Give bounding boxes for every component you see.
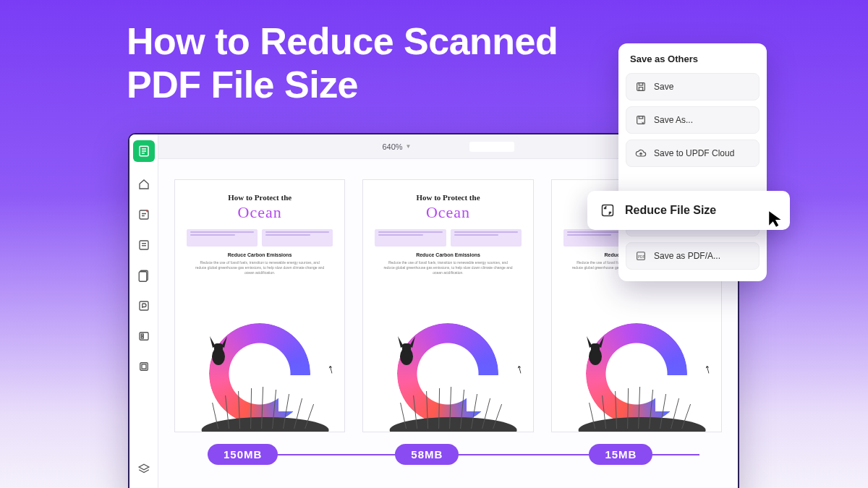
svg-point-18 — [202, 417, 329, 432]
title-field — [469, 142, 514, 152]
zoom-value: 640% — [382, 142, 402, 151]
compress-icon — [600, 203, 615, 218]
doc-pretitle: How to Protect the — [187, 193, 333, 202]
svg-rect-53 — [639, 83, 642, 85]
svg-rect-29 — [402, 343, 411, 352]
svg-point-30 — [390, 417, 517, 432]
reader-tool[interactable] — [133, 140, 155, 162]
menu-item-label: Save to UPDF Cloud — [654, 148, 734, 158]
save-as-icon — [635, 114, 647, 126]
page-preview: How to Protect the Ocean Reduce Carbon E… — [174, 179, 345, 432]
svg-text:PDF: PDF — [638, 255, 644, 259]
svg-rect-13 — [141, 337, 143, 338]
comment-tool-icon[interactable] — [136, 207, 152, 223]
hero-title-line2: PDF File Size — [127, 64, 558, 107]
edit-tool-icon[interactable] — [136, 237, 152, 253]
menu-item-label: Save — [654, 82, 673, 92]
menu-item-save[interactable]: Save — [626, 73, 760, 100]
svg-rect-55 — [637, 116, 645, 124]
svg-point-42 — [578, 417, 705, 432]
organize-tool-icon[interactable] — [136, 267, 152, 283]
save-as-others-menu: Save as Others Save Save As... Save to U… — [618, 43, 767, 281]
form-tool-icon[interactable] — [136, 328, 152, 344]
svg-rect-15 — [142, 364, 146, 369]
svg-rect-60 — [603, 205, 613, 216]
cursor-icon — [767, 210, 786, 228]
doc-illustration: ↑ — [175, 309, 344, 432]
zoom-control[interactable]: 640% ▼ — [382, 142, 411, 151]
size-pill: 150MB — [208, 444, 278, 465]
svg-rect-10 — [140, 301, 148, 310]
menu-item-label: Save as PDF/A... — [654, 251, 720, 261]
doc-subhead: Reduce Carbon Emissions — [187, 252, 333, 257]
menu-item-reduce-file-size[interactable]: Reduce File Size — [587, 191, 790, 230]
left-toolbar — [129, 134, 158, 488]
svg-rect-52 — [637, 83, 645, 91]
crop-tool-icon[interactable] — [136, 359, 152, 374]
menu-item-save-as[interactable]: Save As... — [626, 106, 760, 134]
size-pill: 58MB — [395, 444, 459, 465]
menu-title: Save as Others — [626, 53, 760, 73]
coral-icon — [197, 374, 334, 432]
pdfa-icon: PDF — [635, 250, 647, 262]
size-pill: 15MB — [589, 444, 652, 465]
svg-rect-54 — [639, 87, 642, 91]
doc-body: Reduce the use of fossil fuels, transiti… — [195, 260, 325, 275]
svg-rect-5 — [140, 241, 148, 249]
svg-rect-12 — [141, 334, 143, 335]
menu-item-label: Save As... — [654, 115, 693, 125]
hero-title-line1: How to Reduce Scanned — [127, 20, 558, 64]
save-icon — [635, 81, 647, 93]
diver-icon — [197, 329, 240, 372]
svg-rect-9 — [139, 272, 147, 282]
size-comparison-row: 150MB 58MB 15MB — [163, 443, 868, 465]
chevron-down-icon: ▼ — [406, 143, 412, 150]
cloud-upload-icon — [635, 147, 647, 159]
home-icon[interactable] — [136, 176, 152, 192]
svg-rect-56 — [639, 116, 642, 119]
layers-icon[interactable] — [136, 461, 152, 477]
doc-title: Ocean — [187, 203, 333, 222]
menu-item-save-pdfa[interactable]: PDF Save as PDF/A... — [626, 242, 760, 270]
svg-rect-17 — [214, 343, 223, 352]
flyout-label: Reduce File Size — [625, 204, 716, 217]
ocr-tool-icon[interactable] — [136, 298, 152, 314]
hero-title: How to Reduce Scanned PDF File Size — [127, 20, 558, 107]
menu-item-save-cloud[interactable]: Save to UPDF Cloud — [626, 140, 760, 167]
svg-rect-41 — [591, 343, 600, 352]
page-preview: How to Protect the Ocean Reduce Carbon E… — [362, 179, 533, 432]
